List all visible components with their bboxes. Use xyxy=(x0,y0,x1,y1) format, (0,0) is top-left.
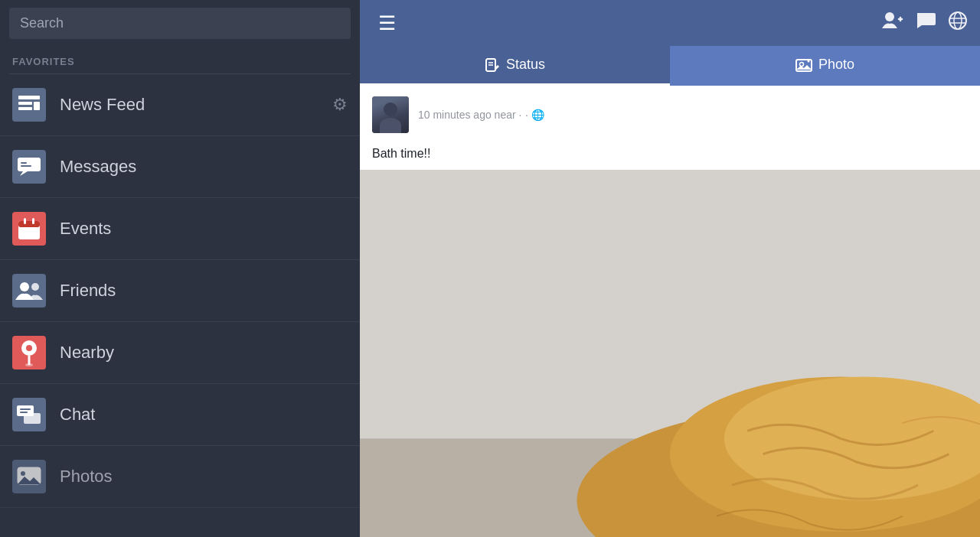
tab-photo[interactable]: Photo xyxy=(670,46,980,86)
svg-rect-20 xyxy=(20,412,28,413)
events-icon: 31 xyxy=(12,212,46,246)
friends-label: Friends xyxy=(60,281,348,301)
sidebar: FAVORITES News Feed ⚙ xyxy=(0,0,360,537)
sidebar-item-friends[interactable]: Friends xyxy=(0,260,360,322)
hamburger-button[interactable]: ☰ xyxy=(372,5,402,41)
post-type-tabs: Status Photo xyxy=(360,46,980,86)
post-text: Bath time!! xyxy=(360,144,980,170)
svg-rect-1 xyxy=(18,102,32,105)
photos-icon xyxy=(12,460,46,493)
photos-label: Photos xyxy=(60,467,348,487)
post-time: 10 minutes ago near · xyxy=(418,109,521,121)
svg-rect-10 xyxy=(24,218,26,224)
svg-marker-5 xyxy=(20,171,28,176)
search-input[interactable] xyxy=(9,8,351,39)
sidebar-item-events[interactable]: 31 Events xyxy=(0,198,360,260)
messages-nav-icon[interactable] xyxy=(916,11,936,34)
post-header: 10 minutes ago near · · 🌐 xyxy=(360,86,980,144)
news-feed-label: News Feed xyxy=(60,95,332,115)
main-content: ☰ xyxy=(360,0,980,537)
svg-point-16 xyxy=(26,345,32,351)
globe-nav-icon[interactable] xyxy=(948,11,968,35)
post-image[interactable] xyxy=(360,170,980,537)
svg-point-24 xyxy=(21,471,25,476)
svg-rect-3 xyxy=(34,102,40,110)
sidebar-item-photos[interactable]: Photos xyxy=(0,446,360,508)
svg-rect-6 xyxy=(21,162,27,164)
svg-rect-0 xyxy=(18,96,40,99)
post-meta: 10 minutes ago near · · 🌐 xyxy=(418,108,968,122)
news-feed-icon xyxy=(12,88,46,122)
sidebar-item-chat[interactable]: Chat xyxy=(0,384,360,446)
friends-icon xyxy=(12,274,46,308)
svg-text:31: 31 xyxy=(24,229,34,238)
svg-rect-11 xyxy=(32,218,34,224)
post-area: 10 minutes ago near · · 🌐 Bath time!! xyxy=(360,86,980,537)
nearby-icon xyxy=(12,336,46,369)
nearby-label: Nearby xyxy=(60,343,348,363)
svg-point-13 xyxy=(20,282,29,291)
svg-point-27 xyxy=(949,12,966,29)
tab-status[interactable]: Status xyxy=(360,46,670,86)
sidebar-item-messages[interactable]: Messages xyxy=(0,136,360,198)
svg-rect-19 xyxy=(20,408,31,410)
favorites-label: FAVORITES xyxy=(0,47,360,73)
svg-rect-9 xyxy=(18,221,40,227)
svg-rect-4 xyxy=(18,158,41,171)
svg-point-35 xyxy=(799,62,803,66)
events-label: Events xyxy=(60,219,348,239)
friends-requests-icon[interactable] xyxy=(882,11,903,34)
avatar[interactable] xyxy=(372,96,409,133)
news-feed-gear-icon[interactable]: ⚙ xyxy=(332,95,348,115)
top-nav-icons xyxy=(882,11,968,35)
chat-icon xyxy=(12,398,46,431)
svg-rect-2 xyxy=(18,107,32,110)
chat-label: Chat xyxy=(60,405,348,425)
tab-status-label: Status xyxy=(506,57,545,73)
messages-label: Messages xyxy=(60,157,348,177)
svg-point-26 xyxy=(885,12,894,21)
svg-point-28 xyxy=(954,12,962,29)
svg-point-17 xyxy=(25,363,33,366)
sidebar-item-news-feed[interactable]: News Feed ⚙ xyxy=(0,74,360,136)
svg-rect-21 xyxy=(24,413,41,424)
svg-rect-7 xyxy=(21,165,31,167)
sidebar-item-nearby[interactable]: Nearby xyxy=(0,322,360,384)
tab-photo-label: Photo xyxy=(818,57,854,73)
messages-icon xyxy=(12,150,46,184)
post-visibility-icon: · 🌐 xyxy=(525,109,544,121)
top-nav: ☰ xyxy=(360,0,980,46)
svg-point-14 xyxy=(31,283,39,291)
svg-point-36 xyxy=(807,60,809,62)
